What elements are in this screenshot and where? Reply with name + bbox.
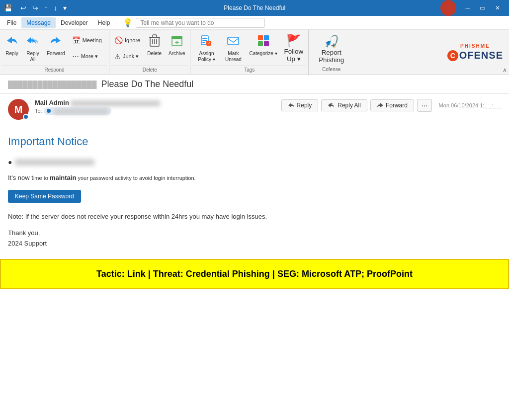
email-reply-all-button[interactable]: Reply All [321,99,367,111]
window-controls: ─ ▭ ✕ [460,0,505,16]
categorize-button[interactable]: Categorize ▾ [246,32,280,59]
recipient-dot [47,109,51,113]
download-button[interactable]: ↓ [52,3,59,13]
ribbon: Reply ReplyAll Forward 📅 Meeting [0,30,509,75]
svg-rect-12 [228,37,239,45]
respond-small-buttons: 📅 Meeting ⋯ More ▾ [69,32,105,65]
junk-button[interactable]: ⚠ Junk ▾ [111,52,143,62]
assign-policy-button[interactable]: ✓ AssignPolicy ▾ [192,32,220,65]
reply-all-btn-label: Reply All [338,102,361,109]
ignore-label: Ignore [125,37,140,43]
ignore-button[interactable]: 🚫 Ignore [111,35,143,45]
archive-icon [170,34,183,50]
reply-all-button[interactable]: ReplyAll [23,32,43,65]
follow-up-button[interactable]: 🚩 FollowUp ▾ [281,32,307,65]
sender-name: Mail Admin [35,99,69,106]
ribbon-group-delete: 🚫 Ignore ⚠ Junk ▾ Delete Archive [109,30,190,75]
svg-rect-7 [202,38,207,39]
forward-btn-label: Forward [386,102,408,109]
mark-unread-icon [226,34,240,50]
email-heading: Important Notice [8,135,501,148]
sender-email-blur [71,100,160,106]
more-dots-icon: ··· [422,101,427,109]
title-bar-controls: ↩ ↪ ↑ ↓ ▾ [18,3,69,13]
forward-button[interactable]: Forward [44,32,68,59]
reply-all-label: ReplyAll [26,51,39,63]
menu-bar: File Message Developer Help 💡 [0,16,509,30]
cofense-logo-row: C OFENSE [447,50,503,61]
title-bar: 💾 ↩ ↪ ↑ ↓ ▾ Please Do The Needful ─ ▭ ✕ [0,0,509,16]
forward-icon [49,34,63,50]
server-dot-icon: ● [8,158,12,166]
phishme-logo-row: PHISHME [460,43,490,49]
phishme-label: PHISHME [460,43,490,49]
menu-file[interactable]: File [2,17,21,28]
help-lightbulb-icon: 💡 [123,18,133,27]
ribbon-collapse-button[interactable]: ∧ [503,67,507,74]
undo-button[interactable]: ↩ [18,3,28,13]
mark-unread-label: MarkUnread [225,51,242,63]
cofense-report-area: 🎣 ReportPhishing Cofense [315,33,348,72]
menu-developer[interactable]: Developer [56,17,93,28]
user-avatar-titlebar [440,0,456,16]
upload-button[interactable]: ↑ [42,3,50,13]
email-forward-button[interactable]: Forward [370,99,414,111]
server-line: ● [8,158,501,166]
mark-unread-button[interactable]: MarkUnread [221,32,245,65]
email-date: Mon 06/10/2024 1:_ _:_ _ [439,102,501,108]
minimize-button[interactable]: ─ [460,0,475,16]
cofense-group-label: Cofense [322,67,340,72]
svg-rect-14 [264,35,269,40]
threat-banner: Tactic: Link | Threat: Credential Phishi… [0,259,509,289]
recipient-blur [54,109,108,114]
more-button[interactable]: ⋯ More ▾ [69,52,105,62]
delete-button[interactable]: Delete [144,32,165,59]
email-header: M Mail Admin To: Reply R [0,94,509,125]
categorize-label: Categorize ▾ [249,51,277,57]
menu-button[interactable]: ▾ [61,3,69,13]
follow-up-icon: 🚩 [286,34,301,48]
maintain-prefix: It's now t [8,174,33,181]
delete-label: Delete [147,51,162,57]
svg-rect-13 [258,35,263,40]
menu-help[interactable]: Help [93,17,115,28]
search-input[interactable] [136,18,265,28]
tags-group-label: Tags [192,66,306,74]
support-line: 2024 Support [8,239,501,249]
ribbon-group-cofense: 🎣 ReportPhishing Cofense PHISHME C OFENS… [309,30,509,75]
sender-info: Mail Admin To: [35,99,281,115]
junk-label: Junk ▾ [123,53,139,60]
reply-btn-label: Reply [297,102,312,109]
maintain-bold: maintain [50,174,76,181]
keep-password-button[interactable]: Keep Same Password [8,190,81,203]
tags-buttons: ✓ AssignPolicy ▾ MarkUnread [192,32,306,65]
svg-rect-9 [202,42,205,43]
cofense-c-icon: C [447,50,458,61]
sender-name-row: Mail Admin [35,99,281,106]
reply-label: Reply [5,51,18,57]
email-subject-text: Please Do The Needful [101,79,194,89]
email-reply-button[interactable]: Reply [281,99,319,111]
email-more-button[interactable]: ··· [417,99,432,112]
close-button[interactable]: ✕ [490,0,505,16]
avatar-badge [23,114,29,120]
cofense-logo: PHISHME C OFENSE [447,43,503,61]
menu-message[interactable]: Message [21,17,56,28]
cofense-name-label: OFENSE [459,50,503,61]
delete-icon [149,34,161,50]
maintain-text: It's now time to maintain your password … [8,173,501,183]
redo-button[interactable]: ↪ [30,3,40,13]
report-phishing-icon: 🎣 [324,35,339,49]
note-text: Note: If the server does not receive you… [8,212,501,222]
report-phishing-label: ReportPhishing [319,49,344,64]
reply-button[interactable]: Reply [2,32,22,59]
archive-button[interactable]: Archive [166,32,188,59]
forward-label: Forward [47,51,65,57]
more-label: More ▾ [81,53,98,60]
restore-button[interactable]: ▭ [475,0,490,16]
ignore-junk-col: 🚫 Ignore ⚠ Junk ▾ [111,32,143,65]
report-phishing-button[interactable]: 🎣 ReportPhishing [315,33,348,66]
meeting-button[interactable]: 📅 Meeting [69,35,105,45]
respond-buttons: Reply ReplyAll Forward 📅 Meeting [2,32,107,65]
svg-text:✓: ✓ [207,41,211,46]
